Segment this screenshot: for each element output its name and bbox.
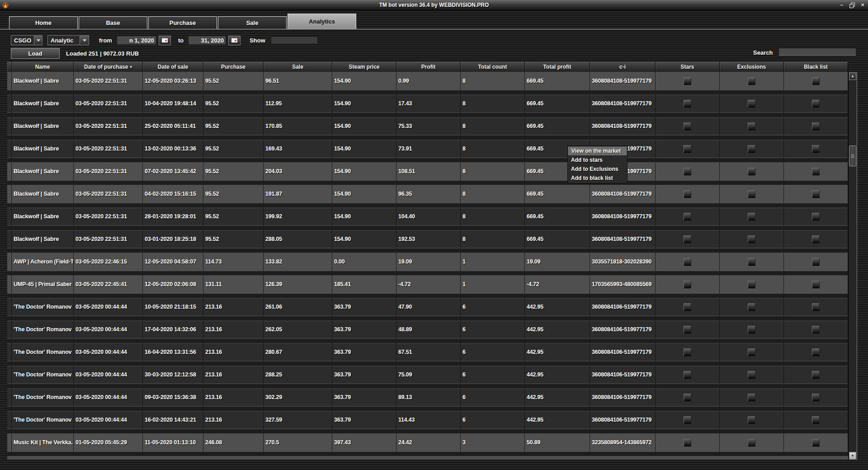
- exclusions-checkbox[interactable]: [748, 77, 755, 85]
- stars-checkbox[interactable]: [684, 145, 691, 153]
- stars-checkbox[interactable]: [684, 439, 691, 446]
- scroll-down-button[interactable]: ▼: [849, 452, 856, 460]
- exclusions-checkbox[interactable]: [748, 213, 755, 221]
- minimize-button[interactable]: –: [840, 0, 843, 10]
- column-header-sale[interactable]: Sale: [264, 62, 332, 72]
- black_list-checkbox[interactable]: [812, 168, 820, 175]
- black_list-checkbox[interactable]: [812, 235, 820, 243]
- black_list-checkbox[interactable]: [812, 348, 820, 356]
- tab-base[interactable]: Base: [79, 16, 147, 29]
- game-select[interactable]: CSGO: [11, 35, 42, 45]
- column-header-date_of_sale[interactable]: Date of sale: [143, 62, 203, 72]
- stars-checkbox[interactable]: [684, 100, 691, 108]
- black_list-checkbox[interactable]: [812, 326, 820, 334]
- column-header-stars[interactable]: Stars: [656, 62, 720, 72]
- table-row[interactable]: Blackwolf | Sabre03-05-2020 22:51:3107-0…: [7, 162, 848, 181]
- exclusions-checkbox[interactable]: [748, 235, 755, 243]
- column-header-ci[interactable]: c-i: [590, 62, 656, 72]
- black_list-checkbox[interactable]: [812, 122, 820, 130]
- stars-checkbox[interactable]: [684, 235, 691, 243]
- table-row[interactable]: Blackwolf | Sabre03-05-2020 22:51:3125-0…: [7, 117, 848, 136]
- exclusions-checkbox[interactable]: [748, 258, 755, 266]
- calendar-to-button[interactable]: [228, 36, 241, 45]
- exclusions-checkbox[interactable]: [748, 394, 755, 401]
- load-button[interactable]: Load: [11, 48, 60, 59]
- stars-checkbox[interactable]: [684, 303, 691, 311]
- stars-checkbox[interactable]: [684, 371, 691, 379]
- exclusions-checkbox[interactable]: [748, 416, 755, 424]
- column-header-purchase[interactable]: Purchase: [203, 62, 264, 72]
- exclusions-checkbox[interactable]: [748, 326, 755, 334]
- column-header-exclusions[interactable]: Exclusions: [720, 62, 784, 72]
- tab-home[interactable]: Home: [9, 16, 78, 29]
- exclusions-checkbox[interactable]: [748, 100, 755, 108]
- exclusions-checkbox[interactable]: [748, 281, 755, 288]
- context-menu-item-add-to-stars[interactable]: Add to stars: [568, 155, 627, 164]
- table-row[interactable]: Blackwolf | Sabre03-05-2020 22:51:3112-0…: [7, 72, 848, 90]
- black_list-checkbox[interactable]: [812, 190, 820, 198]
- black_list-checkbox[interactable]: [812, 258, 820, 266]
- chevron-down-icon[interactable]: [80, 36, 89, 45]
- restore-button[interactable]: [849, 3, 854, 8]
- stars-checkbox[interactable]: [684, 281, 691, 288]
- stars-checkbox[interactable]: [684, 326, 691, 334]
- table-row[interactable]: 'The Doctor' Romanov |...03-05-2020 00:4…: [7, 411, 848, 429]
- column-header-date_of_purchase[interactable]: Date of purchase▾: [74, 62, 143, 72]
- table-row[interactable]: 'The Doctor' Romanov |...03-05-2020 00:4…: [7, 388, 848, 407]
- exclusions-checkbox[interactable]: [748, 190, 755, 198]
- black_list-checkbox[interactable]: [812, 213, 820, 221]
- stars-checkbox[interactable]: [684, 122, 691, 130]
- search-input[interactable]: [778, 48, 856, 56]
- show-input[interactable]: [271, 36, 318, 44]
- column-header-steam_price[interactable]: Steam price: [332, 62, 396, 72]
- column-header-total_profit[interactable]: Total profit: [525, 62, 590, 72]
- context-menu-item-view-on-the-market[interactable]: View on the market: [568, 146, 627, 155]
- table-row[interactable]: 'The Doctor' Romanov |...03-05-2020 00:4…: [7, 320, 848, 339]
- stars-checkbox[interactable]: [684, 258, 691, 266]
- date-to-input[interactable]: [188, 36, 226, 45]
- exclusions-checkbox[interactable]: [748, 145, 755, 153]
- close-button[interactable]: ×: [861, 0, 864, 10]
- exclusions-checkbox[interactable]: [748, 439, 755, 446]
- black_list-checkbox[interactable]: [812, 439, 820, 446]
- stars-checkbox[interactable]: [684, 168, 691, 175]
- column-header-name[interactable]: Name: [12, 62, 74, 72]
- table-row[interactable]: Blackwolf | Sabre03-05-2020 22:51:3104-0…: [7, 185, 848, 203]
- black_list-checkbox[interactable]: [812, 145, 820, 153]
- exclusions-checkbox[interactable]: [748, 348, 755, 356]
- chevron-down-icon[interactable]: [34, 36, 42, 45]
- black_list-checkbox[interactable]: [812, 303, 820, 311]
- table-row[interactable]: UMP-45 | Primal Saber ...03-05-2020 22:4…: [7, 275, 848, 294]
- scroll-up-button[interactable]: ▲: [849, 72, 856, 80]
- mode-select[interactable]: Analytic: [47, 35, 89, 45]
- black_list-checkbox[interactable]: [812, 371, 820, 379]
- table-row[interactable]: AWP | Acheron (Field-T...03-05-2020 22:4…: [7, 253, 848, 271]
- black_list-checkbox[interactable]: [812, 394, 820, 401]
- stars-checkbox[interactable]: [684, 416, 691, 424]
- table-row[interactable]: Music Kit | The Verkka...01-05-2020 05:4…: [7, 433, 848, 452]
- black_list-checkbox[interactable]: [812, 416, 820, 424]
- vertical-scrollbar[interactable]: ▲ ▼: [848, 72, 857, 460]
- black_list-checkbox[interactable]: [812, 77, 820, 85]
- scrollbar-thumb[interactable]: [849, 146, 856, 166]
- table-row[interactable]: 'The Doctor' Romanov |...03-05-2020 00:4…: [7, 343, 848, 362]
- exclusions-checkbox[interactable]: [748, 303, 755, 311]
- date-from-input[interactable]: [117, 36, 156, 45]
- context-menu-item-add-to-exclusions[interactable]: Add to Exclusions: [568, 164, 627, 174]
- table-row[interactable]: 'The Doctor' Romanov |...03-05-2020 00:4…: [7, 298, 848, 316]
- tab-analytics[interactable]: Analytics: [288, 14, 356, 29]
- table-row[interactable]: Blackwolf | Sabre03-05-2020 22:51:3128-0…: [7, 207, 848, 226]
- black_list-checkbox[interactable]: [812, 281, 820, 288]
- table-row[interactable]: 'The Doctor' Romanov |...03-05-2020 00:4…: [7, 366, 848, 384]
- context-menu-item-add-to-black-list[interactable]: Add to black list: [568, 174, 627, 183]
- stars-checkbox[interactable]: [684, 348, 691, 356]
- table-row[interactable]: Blackwolf | Sabre03-05-2020 22:51:3113-0…: [7, 140, 848, 158]
- tab-sale[interactable]: Sale: [218, 16, 287, 29]
- black_list-checkbox[interactable]: [812, 100, 820, 108]
- column-header-profit[interactable]: Profit: [396, 62, 461, 72]
- exclusions-checkbox[interactable]: [748, 122, 755, 130]
- table-row[interactable]: Blackwolf | Sabre03-05-2020 22:51:3103-0…: [7, 230, 848, 249]
- column-header-total_count[interactable]: Total count: [461, 62, 525, 72]
- stars-checkbox[interactable]: [684, 190, 691, 198]
- calendar-from-button[interactable]: [159, 36, 171, 45]
